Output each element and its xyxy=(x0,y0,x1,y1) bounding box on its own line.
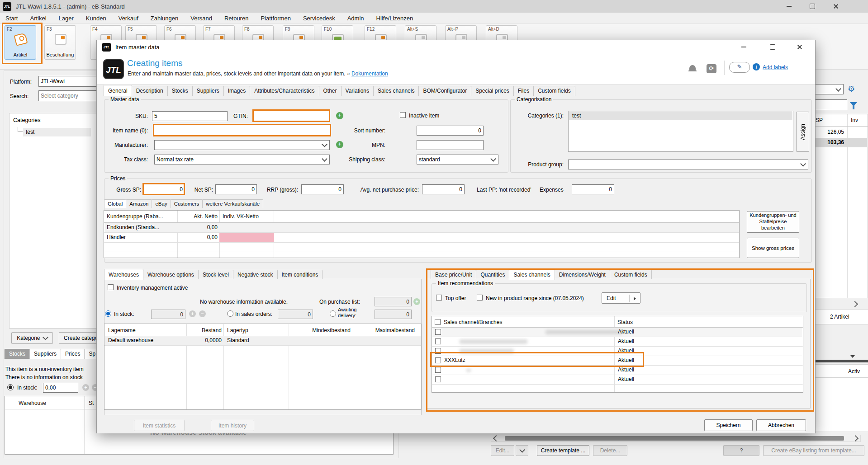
channel-row-3[interactable]: Aktuell xyxy=(432,347,802,356)
bell-icon[interactable] xyxy=(689,65,696,70)
tab-warehouse-options[interactable]: Warehouse options xyxy=(143,270,199,280)
toolbar-artikel-button[interactable]: F2 Artikel xyxy=(5,25,36,60)
tab-dimensions-weight[interactable]: Dimensions/Weight xyxy=(555,270,610,280)
inactive-item-checkbox[interactable] xyxy=(400,112,406,118)
shipping-class-select[interactable]: standard xyxy=(417,155,498,164)
tab-stock-level[interactable]: Stock level xyxy=(198,270,233,280)
channel-checkbox[interactable] xyxy=(435,357,441,363)
stock-plus-icon[interactable]: + xyxy=(189,310,196,317)
tab-custom-fields[interactable]: Custom fields xyxy=(533,86,575,96)
channel-row-6[interactable]: Aktuell xyxy=(432,375,802,384)
menu-versand[interactable]: Versand xyxy=(190,15,212,22)
bg-value-row-selected[interactable]: 103,36 xyxy=(812,139,844,146)
category-tree-item[interactable]: test xyxy=(26,129,34,135)
on-purchase-list-input[interactable] xyxy=(375,297,412,306)
tab-files[interactable]: Files xyxy=(513,86,534,96)
tab-base-price-unit[interactable]: Base price/Unit xyxy=(431,270,476,280)
kundengruppen-staffelpreise-button[interactable]: Kundengruppen- und Staffelpreise bearbei… xyxy=(747,211,799,233)
gear-icon[interactable] xyxy=(848,85,855,93)
horizontal-scrollbar[interactable] xyxy=(491,435,861,442)
tab-bom-configurator[interactable]: BOM/Configurator xyxy=(418,86,471,96)
bg-value-row[interactable]: 126,05 xyxy=(812,129,844,135)
price-row-haendler[interactable]: Händler 0,00 xyxy=(104,233,739,242)
in-stock-radio[interactable] xyxy=(105,310,111,317)
scroll-right-icon[interactable] xyxy=(852,435,859,442)
gtin-input[interactable] xyxy=(252,109,330,122)
awaiting-delivery-radio[interactable] xyxy=(330,310,336,317)
item-name-input[interactable] xyxy=(153,124,331,136)
price-row-endkunden[interactable]: Endkunden (Standa... 0,00 xyxy=(104,223,739,232)
tab-negative-stock[interactable]: Negative stock xyxy=(233,270,278,280)
scrollbar-thumb[interactable] xyxy=(505,436,844,441)
bg-edit-button[interactable]: Edit... xyxy=(491,445,514,456)
tab-customers[interactable]: Customers xyxy=(171,199,203,208)
menu-start[interactable]: Start xyxy=(5,15,18,22)
edit-labels-pill-button[interactable] xyxy=(729,62,750,73)
channel-checkbox[interactable] xyxy=(435,376,441,382)
menu-servicedesk[interactable]: Servicedesk xyxy=(303,15,335,22)
tab-stocks[interactable]: Stocks xyxy=(5,349,30,359)
tab-warehouses[interactable]: Warehouses xyxy=(104,269,143,280)
new-in-range-checkbox[interactable] xyxy=(477,295,483,301)
tab-custom-fields-sub[interactable]: Custom fields xyxy=(610,270,652,280)
tab-quantities[interactable]: Quantities xyxy=(476,270,509,280)
tab-variations[interactable]: Variations xyxy=(341,86,374,96)
bg-delete-button[interactable]: Delete... xyxy=(593,445,627,456)
tab-images[interactable]: Images xyxy=(223,86,250,96)
bg-in-stock-input[interactable] xyxy=(43,383,78,393)
tab-general[interactable]: General xyxy=(104,85,132,96)
minimize-button[interactable] xyxy=(779,0,799,13)
manufacturer-select[interactable] xyxy=(154,140,330,150)
awaiting-delivery-input[interactable] xyxy=(375,310,412,319)
assigned-category[interactable]: test xyxy=(572,113,581,119)
dialog-minimize-button[interactable] xyxy=(734,41,754,53)
tab-sales-channels[interactable]: Sales channels xyxy=(373,86,419,96)
in-sales-orders-radio[interactable] xyxy=(227,310,233,317)
menu-hilfe[interactable]: Hilfe/Lizenzen xyxy=(376,15,413,22)
channel-checkbox[interactable] xyxy=(435,348,441,354)
help-button[interactable]: ? xyxy=(723,445,759,456)
tax-class-select[interactable]: Normal tax rate xyxy=(154,155,330,164)
menu-retouren[interactable]: Retouren xyxy=(224,15,248,22)
show-gross-prices-button[interactable]: Show gross prices xyxy=(747,238,799,258)
toolbar-beschaffung-button[interactable]: F3 Beschaffung xyxy=(44,25,76,60)
dialog-close-button[interactable] xyxy=(790,41,810,53)
menu-verkauf[interactable]: Verkauf xyxy=(119,15,138,22)
tab-amazon[interactable]: Amazon xyxy=(126,199,152,208)
categories-listbox[interactable]: test xyxy=(568,111,793,152)
channel-checkbox[interactable] xyxy=(435,338,441,344)
channel-row-5[interactable]: Aktuell xyxy=(432,366,802,375)
add-labels-link[interactable]: Add labels xyxy=(763,64,788,70)
inventory-management-checkbox[interactable] xyxy=(108,284,114,290)
create-template-button[interactable]: Create template ... xyxy=(537,445,589,456)
channel-checkbox[interactable] xyxy=(435,367,441,373)
tab-item-conditions[interactable]: Item conditions xyxy=(277,270,323,280)
bg-in-stock-radio[interactable] xyxy=(7,384,14,390)
channel-row-xxxlutz[interactable]: XXXLutz Aktuell xyxy=(432,356,802,365)
item-history-button[interactable]: Item history xyxy=(211,420,254,431)
kategorie-dropdown-button[interactable]: Kategorie xyxy=(11,332,53,344)
sort-arrow-icon[interactable] xyxy=(850,355,855,358)
channel-row-2[interactable]: Aktuell xyxy=(432,337,802,346)
mpn-input[interactable] xyxy=(417,140,484,150)
tab-special-prices[interactable]: Special prices xyxy=(471,86,514,96)
bg-edit-dropdown-button[interactable] xyxy=(516,445,528,456)
bg-right-select[interactable] xyxy=(812,84,844,94)
sync-icon[interactable] xyxy=(707,64,716,73)
net-sp-input[interactable] xyxy=(215,184,257,194)
item-statistics-button[interactable]: Item statistics xyxy=(134,420,185,431)
sku-input[interactable] xyxy=(152,111,228,121)
rrp-input[interactable] xyxy=(301,184,344,194)
plus-circle-icon[interactable]: + xyxy=(82,384,89,391)
maximize-button[interactable] xyxy=(802,0,822,13)
assign-button[interactable]: Assign xyxy=(796,112,809,152)
tab-suppliers[interactable]: Suppliers xyxy=(192,86,224,96)
avg-purchase-input[interactable] xyxy=(422,184,465,194)
cancel-button[interactable]: Abbrechen xyxy=(756,419,806,431)
tab-description[interactable]: Description xyxy=(132,86,168,96)
tab-attributes[interactable]: Attributes/Characteristics xyxy=(250,86,319,96)
missing-price-cell[interactable] xyxy=(219,233,274,242)
product-group-select[interactable] xyxy=(568,160,808,169)
menu-lager[interactable]: Lager xyxy=(59,15,74,22)
gross-sp-input[interactable] xyxy=(142,183,185,195)
